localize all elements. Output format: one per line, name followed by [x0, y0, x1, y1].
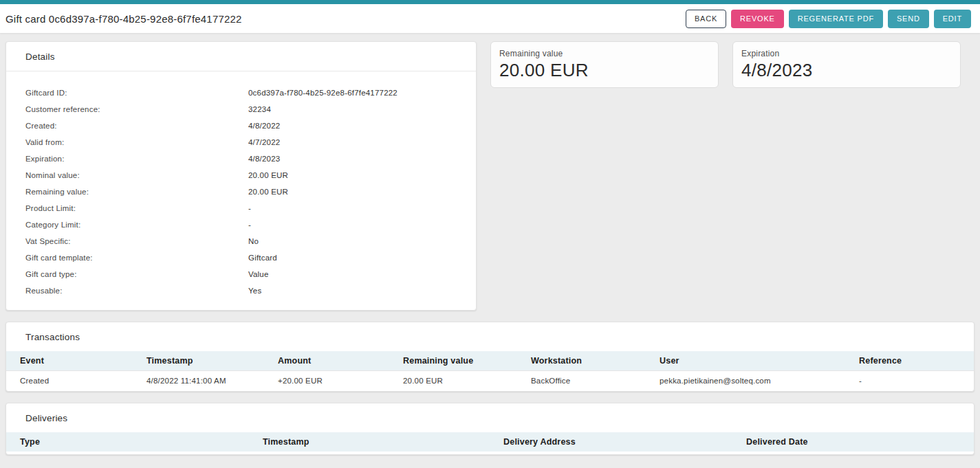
transactions-panel: Transactions Event Timestamp Amount Rema…	[6, 322, 974, 392]
header-bar: Gift card 0c6d397a-f780-4b25-92e8-6f7fe4…	[0, 4, 980, 33]
deliveries-empty-body	[6, 452, 974, 454]
detail-value: -	[248, 221, 457, 229]
detail-row-gift-card-template: Gift card template: Giftcard	[25, 249, 457, 266]
card-value: 20.00 EUR	[499, 60, 710, 81]
detail-value: 4/8/2023	[248, 155, 457, 163]
card-value: 4/8/2023	[741, 60, 952, 81]
detail-label: Vat Specific:	[25, 237, 248, 245]
detail-value: 4/7/2022	[248, 138, 457, 146]
main-content: Details Giftcard ID: 0c6d397a-f780-4b25-…	[0, 33, 980, 455]
detail-row-product-limit: Product Limit: -	[25, 200, 457, 216]
column-header-workstation: Workstation	[517, 351, 646, 370]
detail-value: Value	[248, 270, 457, 278]
detail-row-giftcard-id: Giftcard ID: 0c6d397a-f780-4b25-92e8-6f7…	[25, 85, 457, 101]
detail-value: 20.00 EUR	[248, 171, 457, 179]
remaining-value-card: Remaining value 20.00 EUR	[490, 41, 719, 88]
send-button[interactable]: SEND	[888, 10, 929, 28]
column-header-delivery-address: Delivery Address	[490, 432, 732, 452]
column-header-type: Type	[6, 432, 249, 452]
transactions-panel-title: Transactions	[6, 322, 974, 351]
detail-value: 0c6d397a-f780-4b25-92e8-6f7fe4177222	[248, 89, 457, 97]
column-header-delivered-date: Delivered Date	[732, 432, 974, 452]
header-actions: BACK REVOKE REGENERATE PDF SEND EDIT	[686, 10, 971, 28]
detail-label: Expiration:	[25, 155, 248, 163]
detail-row-gift-card-type: Gift card type: Value	[25, 266, 457, 282]
detail-label: Product Limit:	[25, 204, 248, 212]
cell-amount: +20.00 EUR	[264, 370, 389, 391]
column-header-timestamp: Timestamp	[133, 351, 264, 370]
detail-value: Giftcard	[248, 254, 457, 262]
detail-value: 20.00 EUR	[248, 188, 457, 196]
details-body: Giftcard ID: 0c6d397a-f780-4b25-92e8-6f7…	[6, 71, 476, 310]
top-section: Details Giftcard ID: 0c6d397a-f780-4b25-…	[6, 41, 974, 311]
revoke-button[interactable]: REVOKE	[731, 10, 784, 28]
details-panel: Details Giftcard ID: 0c6d397a-f780-4b25-…	[6, 41, 477, 311]
cell-event: Created	[6, 370, 133, 391]
detail-row-vat-specific: Vat Specific: No	[25, 233, 457, 249]
column-header-user: User	[646, 351, 845, 370]
detail-row-expiration: Expiration: 4/8/2023	[25, 151, 457, 167]
detail-row-remaining-value: Remaining value: 20.00 EUR	[25, 183, 457, 200]
detail-label: Remaining value:	[25, 188, 248, 196]
detail-value: 32234	[248, 105, 457, 113]
detail-row-category-limit: Category Limit: -	[25, 216, 457, 233]
column-header-timestamp: Timestamp	[249, 432, 490, 452]
detail-row-created: Created: 4/8/2022	[25, 118, 457, 134]
page-title: Gift card 0c6d397a-f780-4b25-92e8-6f7fe4…	[6, 13, 242, 25]
deliveries-panel: Deliveries Type Timestamp Delivery Addre…	[6, 403, 974, 455]
detail-value: 4/8/2022	[248, 122, 457, 130]
detail-label: Gift card type:	[25, 270, 248, 278]
regenerate-pdf-button[interactable]: REGENERATE PDF	[789, 10, 883, 28]
transactions-header-row: Event Timestamp Amount Remaining value W…	[6, 351, 974, 370]
column-header-event: Event	[6, 351, 133, 370]
back-button[interactable]: BACK	[686, 10, 726, 28]
detail-label: Giftcard ID:	[25, 89, 248, 97]
transactions-table: Event Timestamp Amount Remaining value W…	[6, 351, 974, 391]
column-header-remaining-value: Remaining value	[389, 351, 517, 370]
detail-value: No	[248, 237, 457, 245]
table-row: Created 4/8/2022 11:41:00 AM +20.00 EUR …	[6, 370, 974, 391]
detail-row-nominal-value: Nominal value: 20.00 EUR	[25, 167, 457, 183]
deliveries-header-row: Type Timestamp Delivery Address Delivere…	[6, 432, 974, 452]
detail-row-customer-reference: Customer reference: 32234	[25, 101, 457, 118]
deliveries-panel-title: Deliveries	[6, 403, 974, 432]
deliveries-table: Type Timestamp Delivery Address Delivere…	[6, 432, 974, 452]
detail-label: Customer reference:	[25, 105, 248, 113]
column-header-reference: Reference	[845, 351, 974, 370]
detail-value: -	[248, 204, 457, 212]
expiration-card: Expiration 4/8/2023	[732, 41, 961, 88]
summary-cards-area: Remaining value 20.00 EUR Expiration 4/8…	[490, 41, 974, 311]
detail-label: Gift card template:	[25, 254, 248, 262]
details-panel-title: Details	[6, 42, 476, 71]
detail-label: Nominal value:	[25, 171, 248, 179]
column-header-amount: Amount	[264, 351, 389, 370]
detail-label: Valid from:	[25, 138, 248, 146]
cell-workstation: BackOffice	[517, 370, 646, 391]
cell-timestamp: 4/8/2022 11:41:00 AM	[133, 370, 264, 391]
card-label: Expiration	[741, 49, 952, 58]
cell-reference: -	[845, 370, 974, 391]
detail-row-valid-from: Valid from: 4/7/2022	[25, 134, 457, 151]
cell-remaining-value: 20.00 EUR	[389, 370, 517, 391]
detail-label: Reusable:	[25, 287, 248, 295]
card-label: Remaining value	[499, 49, 710, 58]
edit-button[interactable]: EDIT	[934, 10, 971, 28]
cell-user: pekka.pietikainen@solteq.com	[646, 370, 845, 391]
detail-value: Yes	[248, 287, 457, 295]
detail-label: Created:	[25, 122, 248, 130]
detail-row-reusable: Reusable: Yes	[25, 282, 457, 299]
detail-label: Category Limit:	[25, 221, 248, 229]
